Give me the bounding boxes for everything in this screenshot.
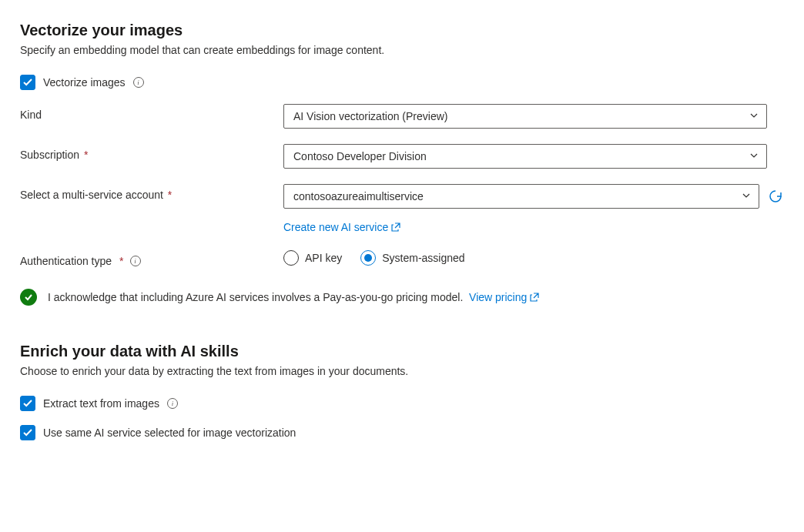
- auth-type-label: Authentication type* i: [20, 250, 283, 267]
- kind-label: Kind: [20, 104, 283, 121]
- chevron-down-icon: [749, 150, 759, 162]
- view-pricing-link[interactable]: View pricing: [469, 291, 539, 303]
- subscription-label: Subscription *: [20, 144, 283, 161]
- section-title-vectorize: Vectorize your images: [20, 22, 784, 39]
- create-ai-service-link[interactable]: Create new AI service: [283, 221, 784, 233]
- vectorize-images-checkbox[interactable]: [20, 75, 35, 90]
- section-subtitle-vectorize: Specify an embedding model that can crea…: [20, 44, 784, 56]
- extract-text-label: Extract text from images: [43, 397, 159, 410]
- refresh-button[interactable]: [767, 188, 784, 205]
- required-asterisk: *: [119, 255, 123, 267]
- radio-icon: [360, 250, 376, 266]
- reuse-service-label: Use same AI service selected for image v…: [43, 427, 296, 439]
- auth-radio-system-assigned[interactable]: System-assigned: [360, 250, 464, 266]
- acknowledge-text: I acknowledge that including Azure AI se…: [48, 291, 463, 303]
- external-link-icon: [391, 223, 400, 232]
- required-asterisk: *: [81, 149, 88, 161]
- section-subtitle-enrich: Choose to enrich your data by extracting…: [20, 365, 784, 377]
- kind-select-value: AI Vision vectorization (Preview): [293, 110, 447, 122]
- info-icon[interactable]: i: [130, 256, 141, 266]
- kind-select[interactable]: AI Vision vectorization (Preview): [283, 104, 767, 129]
- extract-text-checkbox[interactable]: [20, 396, 35, 411]
- external-link-icon: [530, 293, 539, 302]
- acknowledge-checkbox[interactable]: [20, 289, 37, 306]
- radio-icon: [283, 250, 299, 266]
- account-select[interactable]: contosoazureaimultiservice: [283, 184, 759, 209]
- auth-radio-api-key[interactable]: API key: [283, 250, 342, 266]
- info-icon[interactable]: i: [133, 77, 144, 88]
- chevron-down-icon: [749, 110, 759, 122]
- info-icon[interactable]: i: [167, 398, 178, 409]
- subscription-select-value: Contoso Developer Division: [293, 150, 427, 162]
- required-asterisk: *: [165, 189, 172, 201]
- subscription-select[interactable]: Contoso Developer Division: [283, 144, 767, 169]
- vectorize-images-label: Vectorize images: [43, 76, 126, 89]
- account-label: Select a multi-service account *: [20, 184, 283, 201]
- account-select-value: contosoazureaimultiservice: [293, 190, 424, 202]
- section-title-enrich: Enrich your data with AI skills: [20, 343, 784, 360]
- reuse-service-checkbox[interactable]: [20, 425, 35, 440]
- chevron-down-icon: [742, 190, 751, 202]
